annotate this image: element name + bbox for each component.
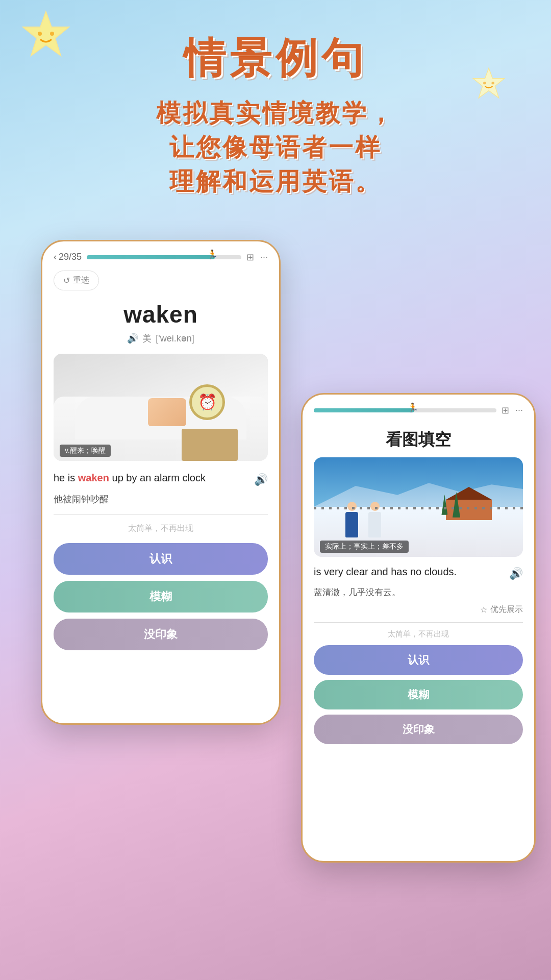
p2-fuzzy-button[interactable]: 模糊	[314, 680, 523, 709]
p2-sentence-text: is very clear and has no clouds.	[314, 564, 457, 579]
phone1-header: ‹ 29/35 🏃 ⊞ ···	[42, 241, 279, 268]
phones-container: ‹ 29/35 🏃 ⊞ ··· ↺ 重选 waken 🔊 美 ['wei.kə	[0, 225, 551, 903]
too-simple-label: 太简单，不再出现	[42, 519, 279, 543]
sub-title: 模拟真实情境教学， 让您像母语者一样 理解和运用英语。	[0, 96, 551, 199]
phone2-header: 🏃 ⊞ ···	[303, 395, 534, 421]
image-label: v.醒来；唤醒	[60, 445, 111, 457]
star-priority-icon[interactable]: ☆	[480, 605, 487, 615]
progress-fill: 🏃	[87, 255, 215, 259]
divider	[54, 514, 268, 515]
p2-know-button[interactable]: 认识	[314, 645, 523, 675]
sentence-row: he is waken up by an alarm clock 🔊	[54, 470, 268, 488]
p2-more-icon[interactable]: ···	[515, 405, 523, 415]
subtitle-line2: 让您像母语者一样	[169, 134, 382, 161]
p2-progress-fill: 🏃	[314, 408, 414, 412]
priority-row: ☆ 优先展示	[303, 602, 534, 619]
p2-progress-icon: 🏃	[407, 402, 418, 413]
ski-image: 实际上；事实上；差不多	[314, 457, 523, 557]
title-section: 情景例句 模拟真实情境教学， 让您像母语者一样 理解和运用英语。	[0, 0, 551, 199]
phone-2: 🏃 ⊞ ··· 看图填空	[301, 393, 536, 863]
fuzzy-button[interactable]: 模糊	[54, 581, 268, 612]
example-sentence: he is waken up by an alarm clock 🔊	[42, 461, 279, 491]
phone-1: ‹ 29/35 🏃 ⊞ ··· ↺ 重选 waken 🔊 美 ['wei.kə	[41, 240, 281, 725]
sentence-audio-icon[interactable]: 🔊	[254, 471, 268, 488]
region-label: 美	[142, 332, 152, 345]
alarm-scene: ⏰ v.醒来；唤醒	[54, 354, 268, 461]
translation: 他被闹钟吵醒	[42, 491, 279, 511]
p2-header-icons: ⊞ ···	[502, 405, 523, 416]
section-title: 看图填空	[303, 421, 534, 457]
p2-divider	[314, 622, 523, 623]
sentence-text: he is waken up by an alarm clock	[54, 470, 206, 485]
p2-forget-button[interactable]: 没印象	[314, 715, 523, 744]
word-image: ⏰ v.醒来；唤醒	[54, 354, 268, 461]
reset-icon: ↺	[63, 276, 70, 285]
speaker-icon[interactable]: 🔊	[127, 333, 138, 344]
p2-too-simple-label: 太简单，不再出现	[303, 627, 534, 645]
p2-example-sentence: is very clear and has no clouds. 🔊	[303, 557, 534, 584]
p2-translation: 蓝清澈，几乎没有云。	[303, 584, 534, 602]
main-title: 情景例句	[0, 31, 551, 87]
p2-image-label: 实际上；事实上；差不多	[320, 541, 409, 553]
p2-sentence-row: is very clear and has no clouds. 🔊	[314, 564, 523, 582]
reset-button[interactable]: ↺ 重选	[54, 271, 99, 290]
more-icon[interactable]: ···	[260, 252, 268, 262]
forget-button[interactable]: 没印象	[54, 619, 268, 650]
ipa-label: ['wei.kən]	[156, 333, 194, 344]
bookmark-icon[interactable]: ⊞	[246, 252, 254, 263]
p2-bookmark-icon[interactable]: ⊞	[502, 405, 509, 416]
sentence-after: up by an alarm clock	[109, 472, 206, 483]
progress-person-icon: 🏃	[207, 249, 219, 261]
sentence-highlight: waken	[78, 472, 109, 483]
back-button[interactable]: ‹ 29/35	[54, 252, 82, 262]
reset-label: 重选	[73, 275, 89, 286]
back-icon: ‹	[54, 252, 57, 262]
pronunciation: 🔊 美 ['wei.kən]	[42, 332, 279, 345]
word-display: waken	[42, 301, 279, 328]
progress-bar: 🏃	[87, 255, 241, 259]
p2-progress-bar: 🏃	[314, 408, 496, 412]
progress-label: 29/35	[59, 252, 82, 262]
p2-audio-icon[interactable]: 🔊	[509, 565, 523, 582]
header-icons: ⊞ ···	[246, 252, 268, 263]
subtitle-line1: 模拟真实情境教学，	[156, 100, 395, 127]
priority-label: 优先展示	[490, 604, 523, 615]
know-button[interactable]: 认识	[54, 543, 268, 575]
sentence-before: he is	[54, 472, 78, 483]
subtitle-line3: 理解和运用英语。	[169, 168, 382, 195]
